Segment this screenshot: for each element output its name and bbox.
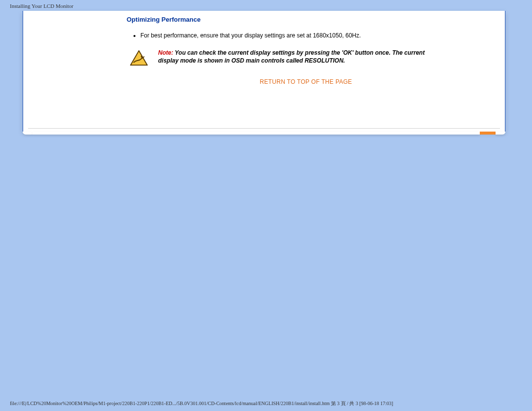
section-heading: Optimizing Performance: [127, 16, 485, 23]
document-frame: Optimizing Performance For best performa…: [23, 11, 505, 132]
note-label: Note:: [158, 49, 173, 56]
bullet-item: For best performance, ensure that your d…: [140, 32, 485, 39]
page-footer-path: file:///E|/LCD%20Monitor%20OEM/Philips/M…: [10, 400, 393, 407]
divider-line: [28, 128, 500, 129]
note-text: Note: You can check the current display …: [158, 49, 434, 65]
return-top-container: RETURN TO TOP OF THE PAGE: [127, 78, 485, 85]
bullet-list: For best performance, ensure that your d…: [132, 32, 485, 39]
content-area: Optimizing Performance For best performa…: [23, 11, 505, 90]
note-body: You can check the current display settin…: [158, 49, 425, 64]
accent-tab: [480, 132, 496, 135]
note-row: Note: You can check the current display …: [130, 49, 485, 67]
return-top-link[interactable]: RETURN TO TOP OF THE PAGE: [260, 78, 352, 85]
svg-marker-0: [131, 51, 147, 65]
frame-bottom-strip: [23, 132, 505, 135]
page-title-small: Installing Your LCD Monitor: [10, 3, 73, 9]
warning-triangle-icon: [130, 50, 148, 67]
